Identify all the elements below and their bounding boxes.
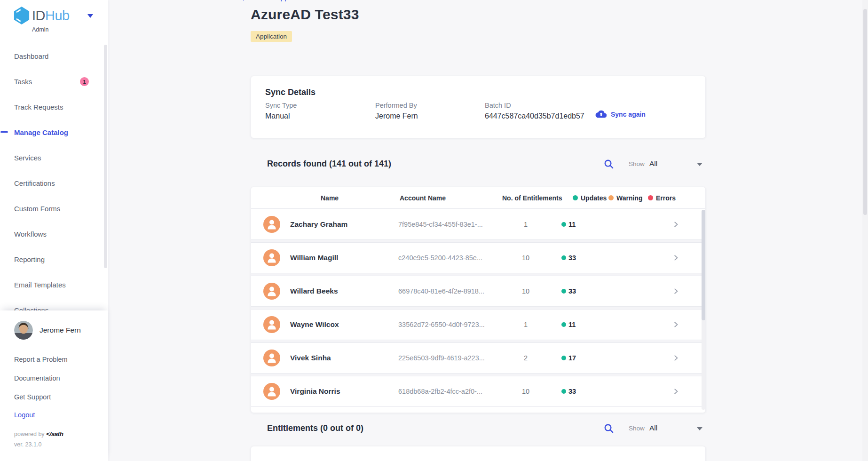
- field-value: 6447c587ca40d35b7d1edb57: [485, 112, 584, 120]
- sidebar-item-label: Services: [14, 154, 41, 162]
- sync-details-title: Sync Details: [265, 87, 316, 97]
- table-row[interactable]: Willard Beeks 66978c40-81e6-4f2e-8918...…: [251, 276, 702, 307]
- logo-text-hub: Hub: [45, 8, 70, 23]
- field-value: Manual: [265, 112, 297, 120]
- powered-by-label: powered by: [14, 431, 45, 437]
- sidebar-item-tasks[interactable]: Tasks 1: [0, 69, 108, 94]
- sync-field-performed-by: Performed ByJerome Fern: [375, 102, 418, 120]
- updates-dot-icon: [561, 356, 566, 360]
- sync-details-card: Sync Details Sync TypeManualPerformed By…: [251, 76, 706, 138]
- updates-dot-icon: [561, 222, 566, 227]
- record-account-name: 7f95e845-cf34-455f-83e1-...: [398, 221, 483, 228]
- record-name: William Magill: [290, 254, 338, 262]
- record-name: Wayne Wilcox: [290, 320, 339, 329]
- show-label: Show: [629, 425, 645, 432]
- sidebar-item-track-requests[interactable]: Track Requests: [0, 94, 108, 119]
- chevron-right-icon[interactable]: [672, 355, 679, 361]
- record-name: Vivek Sinha: [290, 354, 331, 362]
- sidebar-item-manage-catalog[interactable]: Manage Catalog: [0, 119, 108, 145]
- record-updates: 33: [561, 388, 576, 395]
- idhub-hexagon-icon: [13, 6, 30, 25]
- chevron-right-icon[interactable]: [672, 288, 679, 294]
- record-entitlements-count: 10: [502, 388, 549, 395]
- updates-dot-icon: [561, 322, 566, 327]
- sync-again-button[interactable]: Sync again: [595, 110, 646, 118]
- table-row[interactable]: Virginia Norris 618db68a-2fb2-4fcc-a2f0-…: [251, 376, 702, 407]
- record-entitlements-count: 10: [502, 254, 549, 262]
- logo-text-id: ID: [32, 8, 45, 23]
- person-avatar-icon: [263, 316, 280, 333]
- record-entitlements-count: 10: [502, 287, 549, 295]
- record-updates: 33: [561, 287, 576, 295]
- table-row[interactable]: Wayne Wilcox 33562d72-6550-4d0f-9723... …: [251, 309, 702, 340]
- column-account-name: Account Name: [400, 194, 446, 202]
- user-name: Jerome Fern: [39, 326, 81, 334]
- field-value: Jerome Fern: [375, 112, 418, 120]
- column-name: Name: [321, 194, 339, 202]
- entitlements-show-select[interactable]: Show All: [629, 420, 704, 438]
- updates-dot-icon: [573, 195, 578, 200]
- records-table-body: Zachary Graham 7f95e845-cf34-455f-83e1-.…: [251, 209, 702, 407]
- user-row[interactable]: Jerome Fern: [14, 321, 81, 340]
- legend-label: Warning: [616, 194, 642, 202]
- legend-label: Errors: [656, 194, 676, 202]
- table-row[interactable]: Vivek Sinha 225e6503-9df9-4619-a223... 2…: [251, 342, 702, 374]
- sidebar-item-label: Certifications: [14, 179, 55, 187]
- sidebar-scrollbar[interactable]: [104, 45, 107, 268]
- column-entitlements: No. of Entitlements: [502, 194, 562, 202]
- page-scrollbar[interactable]: [863, 9, 867, 215]
- sidebar-item-services[interactable]: Services: [0, 145, 108, 170]
- table-scrollbar[interactable]: [702, 210, 705, 320]
- panel-link-logout[interactable]: Logout: [14, 411, 35, 419]
- select-caret-icon: [697, 163, 702, 166]
- chevron-down-icon[interactable]: [87, 14, 93, 18]
- updates-count: 33: [568, 287, 576, 295]
- sidebar-item-dashboard[interactable]: Dashboard: [0, 43, 108, 69]
- chevron-right-icon[interactable]: [672, 221, 679, 228]
- legend-label: Updates: [581, 194, 607, 202]
- sidebar-item-custom-forms[interactable]: Custom Forms: [0, 196, 108, 221]
- sidebar-item-email-templates[interactable]: Email Templates: [0, 272, 108, 297]
- count-badge: 1: [80, 77, 89, 86]
- arrow-left-icon: [240, 0, 246, 1]
- sidebar-item-workflows[interactable]: Workflows: [0, 221, 108, 246]
- table-row[interactable]: Zachary Graham 7f95e845-cf34-455f-83e1-.…: [251, 209, 702, 240]
- main-content: Back to applications detail AzureAD Test…: [108, 0, 868, 461]
- panel-link-report-a-problem[interactable]: Report a Problem: [14, 356, 68, 363]
- chevron-right-icon[interactable]: [672, 254, 679, 261]
- sync-field-batch-id: Batch ID6447c587ca40d35b7d1edb57: [485, 102, 584, 120]
- person-avatar-icon: [263, 249, 280, 266]
- sidebar-item-label: Custom Forms: [14, 205, 60, 213]
- person-avatar-icon: [263, 383, 280, 400]
- updates-dot-icon: [561, 289, 566, 294]
- updates-count: 33: [568, 388, 576, 395]
- field-label: Performed By: [375, 102, 418, 109]
- select-caret-icon: [697, 427, 702, 430]
- table-row[interactable]: William Magill c240e9e5-5200-4423-85e...…: [251, 242, 702, 273]
- record-account-name: c240e9e5-5200-4423-85e...: [398, 254, 482, 262]
- back-link[interactable]: Back to applications detail: [240, 0, 334, 2]
- entitlements-search-icon[interactable]: [603, 423, 614, 436]
- record-account-name: 33562d72-6550-4d0f-9723...: [398, 321, 485, 328]
- person-avatar-icon: [263, 350, 280, 366]
- sath-logo: </sath: [46, 430, 63, 437]
- errors-dot-icon: [648, 195, 653, 200]
- page-title: AzureAD Test33: [251, 7, 359, 23]
- entitlements-card: [251, 446, 706, 461]
- application-badge: Application: [251, 31, 292, 42]
- records-search-icon[interactable]: [603, 159, 614, 171]
- records-table-card: Name Account Name No. of Entitlements Up…: [251, 187, 706, 413]
- legend-updates: Updates: [573, 194, 607, 202]
- updates-dot-icon: [561, 255, 566, 260]
- records-show-select[interactable]: Show All: [629, 155, 704, 174]
- chevron-right-icon[interactable]: [672, 321, 679, 328]
- panel-link-documentation[interactable]: Documentation: [14, 374, 60, 382]
- sidebar-item-certifications[interactable]: Certifications: [0, 170, 108, 196]
- record-name: Virginia Norris: [290, 387, 340, 396]
- panel-link-get-support[interactable]: Get Support: [14, 393, 51, 401]
- sidebar-item-label: Email Templates: [14, 281, 66, 289]
- chevron-right-icon[interactable]: [672, 388, 679, 395]
- record-entitlements-count: 1: [502, 321, 549, 328]
- sidebar-item-reporting[interactable]: Reporting: [0, 246, 108, 272]
- show-label: Show: [629, 160, 645, 167]
